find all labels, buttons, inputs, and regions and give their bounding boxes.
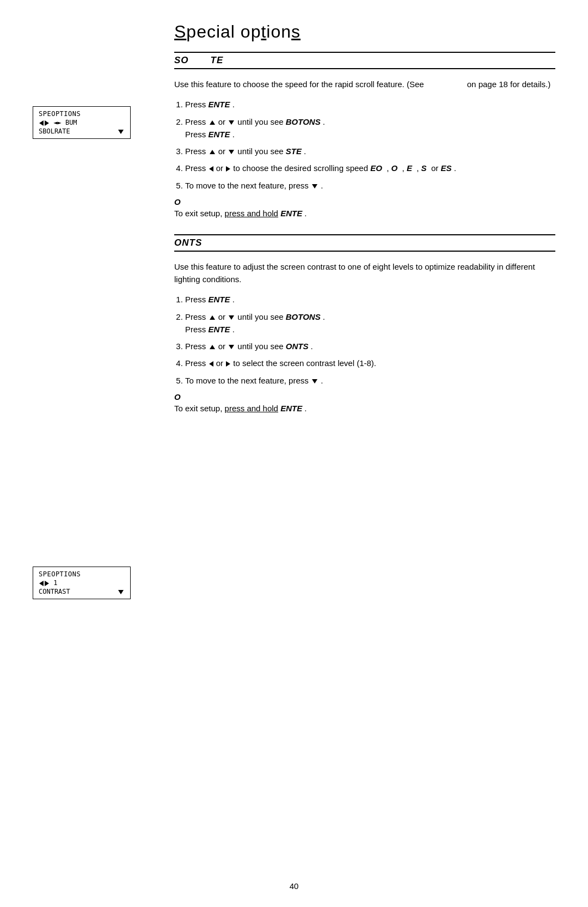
main-content: Special options SO TE Use this feature t… (174, 22, 555, 413)
section2-exit-underline: press and hold (225, 404, 278, 413)
up-arrow-icon-s2-3 (210, 345, 215, 349)
page-title: Special options (174, 22, 555, 42)
section1-exit-ente: ENTE (280, 209, 302, 218)
section2-steps: Press ENTE . Press or until you see BOTO… (185, 293, 555, 387)
section1-exit-underline: press and hold (225, 209, 278, 218)
lcd-display-2: SPEOPTIONS 1 CONTRAST (33, 567, 131, 599)
step2-5: To move to the next feature, press . (185, 374, 555, 387)
step1-5: To move to the next feature, press . (185, 179, 555, 192)
lcd1-line2: ◄► BUM (39, 119, 125, 126)
down-arrow-icon-s2-5 (312, 379, 317, 384)
left-arrow-icon-2 (39, 581, 44, 586)
or-text-2: O (174, 392, 181, 401)
section2-title: ONTS (174, 238, 202, 248)
step2-1: Press ENTE . (185, 293, 555, 306)
section2-or: O (174, 392, 555, 401)
lcd2-line1: SPEOPTIONS (39, 570, 125, 578)
section2-exit-ente: ENTE (280, 404, 302, 413)
down-arrow-icon-s2-3 (229, 345, 234, 349)
down-arrow-icon-s1-5 (312, 184, 317, 188)
lcd1-mid-text: ◄► BUM (53, 119, 77, 126)
section2-description: Use this feature to adjust the screen co… (174, 260, 555, 286)
step1-4-es: ES (440, 163, 451, 173)
section1-or: O (174, 197, 555, 206)
lcd2-line2: 1 (39, 579, 125, 587)
section1-exit: To exit setup, press and hold ENTE . (174, 209, 555, 218)
lcd2-bottom-text: CONTRAST (39, 588, 70, 595)
page-number: 40 (0, 881, 588, 891)
step2-2: Press or until you see BOTONS . Press EN… (185, 311, 555, 336)
step2-2-ente: ENTE (209, 325, 230, 334)
step1-4-e: E (407, 163, 412, 173)
lcd1-line1: SPEOPTIONS (39, 110, 125, 118)
section2-exit: To exit setup, press and hold ENTE . (174, 404, 555, 413)
left-arrow-icon-s1-4 (209, 166, 213, 172)
lcd2-down-arrow (117, 588, 125, 595)
lcd-display-1: SPEOPTIONS ◄► BUM SBOLRATE (33, 106, 131, 139)
section1-steps: Press ENTE . Press or until you see BOTO… (185, 98, 555, 192)
lcd1-bottom-text: SBOLRATE (39, 127, 70, 135)
step2-2-botons: BOTONS (286, 312, 321, 321)
step2-1-ente: ENTE (209, 295, 230, 304)
left-arrow-icon-s2-4 (209, 361, 213, 367)
section2-header: ONTS (174, 234, 555, 252)
or-text-1: O (174, 197, 181, 206)
step1-1: Press ENTE . (185, 98, 555, 111)
step2-3-onts: ONTS (286, 342, 309, 351)
left-arrow-icon (39, 120, 44, 126)
section1-title-col1: SO (174, 55, 189, 66)
right-arrow-icon-2 (45, 581, 49, 586)
lcd1-down-arrow (117, 127, 125, 135)
page-container: SPEOPTIONS ◄► BUM SBOLRATE SPEOPTIONS 1 … (0, 0, 588, 907)
section1-title-col2: TE (211, 55, 224, 66)
up-arrow-icon-s1-3 (210, 150, 215, 154)
section1-header: SO TE (174, 52, 555, 69)
down-arrow-icon-s1-2 (229, 120, 234, 125)
right-arrow-icon (45, 120, 49, 126)
step2-3: Press or until you see ONTS . (185, 340, 555, 352)
right-arrow-icon-s1-4 (226, 166, 230, 172)
lcd1-line3: SBOLRATE (39, 127, 125, 135)
step1-2: Press or until you see BOTONS . Press EN… (185, 115, 555, 141)
step1-2-botons: BOTONS (286, 117, 321, 126)
section2-desc-text: Use this feature to adjust the screen co… (174, 262, 535, 284)
right-arrow-icon-s2-4 (226, 361, 230, 367)
step2-4: Press or to select the screen contrast l… (185, 357, 555, 369)
down-arrow-icon-s1-3 (229, 150, 234, 154)
up-arrow-icon-s1-2 (210, 120, 215, 125)
step1-3: Press or until you see STE . (185, 145, 555, 157)
step1-3-ste: STE (286, 147, 302, 156)
step1-4: Press or to choose the desired scrolling… (185, 162, 555, 174)
step1-4-o: O (391, 163, 398, 173)
lcd2-arrows-lr (39, 579, 50, 587)
step1-4-eo: EO (370, 163, 382, 173)
section1-desc-text: Use this feature to choose the speed for… (174, 80, 550, 89)
step1-1-ente: ENTE (209, 100, 230, 109)
lcd2-mid-text: 1 (53, 579, 57, 587)
section1-description: Use this feature to choose the speed for… (174, 78, 555, 90)
down-arrow-icon-s2-2 (229, 315, 234, 320)
step1-4-s: S (421, 163, 427, 173)
step1-2-ente: ENTE (209, 130, 230, 139)
up-arrow-icon-s2-2 (210, 315, 215, 320)
lcd1-arrows-lr (39, 119, 50, 126)
lcd2-line3: CONTRAST (39, 588, 125, 595)
